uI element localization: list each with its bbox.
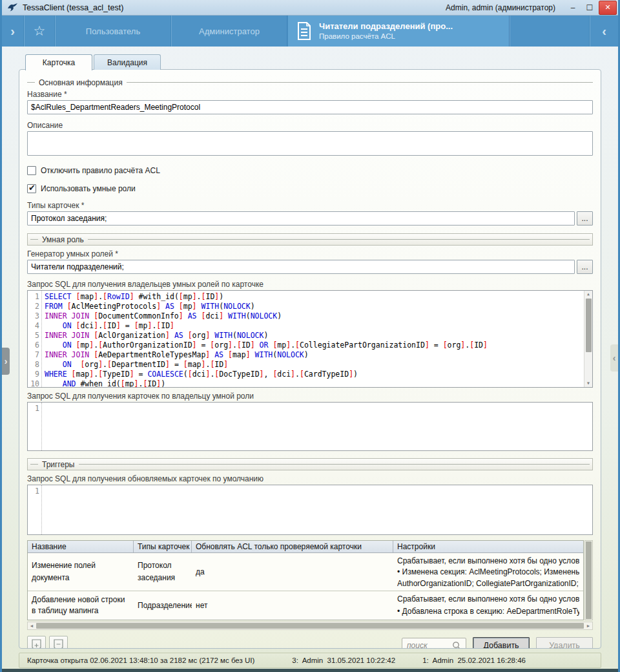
shield-plus-icon xyxy=(32,639,41,649)
group-triggers: Триггеры xyxy=(30,459,590,469)
sql-owners-label: Запрос SQL для получения владельцев умны… xyxy=(27,280,593,289)
nav-tab-active-card[interactable]: Читатели подразделений (про... Правило р… xyxy=(287,16,510,47)
code-lines[interactable] xyxy=(42,485,592,534)
active-card-title: Читатели подразделений (про... xyxy=(319,21,453,32)
table-row[interactable]: Добавление новой строки в таблицу мапинг… xyxy=(28,591,583,620)
table-header-row: Название Типы карточек Обновлять ACL тол… xyxy=(28,541,583,553)
delete-button[interactable]: Удалить xyxy=(536,637,593,649)
nav-tab-admin[interactable]: Администратор xyxy=(171,16,287,47)
card-types-input[interactable] xyxy=(27,211,575,226)
line-numbers: 1 xyxy=(28,403,42,450)
tab-card[interactable]: Карточка xyxy=(25,54,92,70)
nav-empty-space xyxy=(510,16,590,47)
description-label: Описание xyxy=(27,121,593,131)
nav-bar: › ☆ Пользователь Администратор Читатели … xyxy=(2,16,618,47)
document-icon xyxy=(297,22,311,40)
table-row[interactable]: Изменение полей документа Протокол засед… xyxy=(28,553,583,591)
table-vertical-scrollbar[interactable] xyxy=(584,540,593,620)
status-card-opened: Карточка открыта 02.06.2021 13:48:10 за … xyxy=(27,656,254,664)
cell-name: Изменение полей документа xyxy=(28,553,134,591)
cell-card-types: Подразделение xyxy=(134,591,192,620)
scroll-down-icon[interactable]: ▼ xyxy=(587,380,590,387)
card-types-picker-button[interactable]: ... xyxy=(577,211,593,226)
scroll-up-icon[interactable]: ▲ xyxy=(587,291,590,298)
nav-collapse-chevron-icon[interactable]: ‹ xyxy=(590,16,618,47)
sql-owners-scrollbar[interactable]: ▲ ▼ xyxy=(584,291,592,387)
name-label: Название * xyxy=(27,90,593,100)
group-smart-role-strip: Умная роль xyxy=(27,233,593,246)
line-numbers: 12345678910 xyxy=(28,291,42,387)
status-modified: 3: Admin 31.05.2021 10:22:42 xyxy=(292,656,395,664)
use-smart-roles-label: Использовать умные роли xyxy=(41,184,136,193)
add-button[interactable]: Добавить xyxy=(473,637,530,649)
close-button[interactable]: ✕ xyxy=(599,1,617,15)
name-input[interactable] xyxy=(27,100,593,114)
scroll-left-icon[interactable]: ◄ xyxy=(28,624,36,628)
tab-validation[interactable]: Валидация xyxy=(94,54,161,70)
cell-update-only: да xyxy=(192,553,393,591)
cell-update-only: нет xyxy=(192,591,393,620)
card-types-label: Типы карточек * xyxy=(27,201,593,211)
disable-acl-label: Отключить правило расчёта ACL xyxy=(41,166,160,175)
remove-row-button[interactable] xyxy=(49,636,68,649)
group-triggers-strip: Триггеры xyxy=(27,458,593,470)
maximize-button[interactable]: ☐ xyxy=(582,1,597,14)
triggers-table-zone: Название Типы карточек Обновлять ACL тол… xyxy=(27,540,593,620)
sql-owners-editor[interactable]: 12345678910 SELECT [map].[RowID] #with_i… xyxy=(27,290,593,388)
add-row-button[interactable] xyxy=(27,636,46,649)
title-bar: TessaClient (tessa_acl_test) Admin, admi… xyxy=(2,0,618,16)
col-header-settings[interactable]: Настройки xyxy=(393,541,583,552)
triggers-table: Название Типы карточек Обновлять ACL тол… xyxy=(27,540,584,620)
scrollbar-thumb[interactable] xyxy=(586,299,592,352)
group-main-info: Основная информация xyxy=(27,78,593,87)
cell-settings: Срабатывает, если выполнено хотя бы одно… xyxy=(393,553,583,591)
right-panel-expander[interactable]: ‹ xyxy=(610,344,618,372)
status-created: 1: Admin 25.02.2021 16:28:46 xyxy=(422,656,526,664)
app-logo-icon xyxy=(7,3,18,12)
sql-default-label: Запрос SQL для получения обновляемых кар… xyxy=(27,474,593,484)
active-card-subtitle: Правило расчёта ACL xyxy=(319,32,453,41)
cell-settings: Срабатывает, если выполнено хотя бы одно… xyxy=(393,591,583,620)
disable-acl-checkbox[interactable] xyxy=(27,166,36,175)
minimize-button[interactable]: – xyxy=(565,1,581,14)
table-search-box[interactable] xyxy=(402,638,466,649)
table-horizontal-scrollbar[interactable]: ◄ ► xyxy=(27,622,593,630)
nav-forward-chevron-icon[interactable]: › xyxy=(2,16,24,47)
use-smart-roles-checkbox[interactable] xyxy=(27,184,36,193)
left-panel-expander[interactable]: › xyxy=(2,348,10,375)
app-window: TessaClient (tessa_acl_test) Admin, admi… xyxy=(0,0,620,672)
nav-tab-user[interactable]: Пользователь xyxy=(55,16,171,47)
search-input[interactable] xyxy=(407,641,452,649)
sql-cards-editor[interactable]: 1 xyxy=(27,402,593,451)
scroll-right-icon[interactable]: ► xyxy=(584,624,592,628)
col-header-name[interactable]: Название xyxy=(28,541,134,552)
line-numbers: 1 xyxy=(28,485,42,534)
card-form-panel: Основная информация Название * Описание … xyxy=(19,69,601,649)
card-tab-strip: Карточка Валидация xyxy=(25,54,162,70)
generator-label: Генератор умных ролей * xyxy=(27,249,593,259)
window-title: TessaClient (tessa_acl_test) xyxy=(23,3,123,12)
col-header-card-types[interactable]: Типы карточек xyxy=(134,541,192,552)
user-info: Admin, admin (администратор) xyxy=(446,3,555,12)
group-smart-role: Умная роль xyxy=(30,235,590,244)
sql-default-editor[interactable]: 1 xyxy=(27,485,593,535)
code-lines[interactable] xyxy=(42,403,592,450)
status-bar: Карточка открыта 02.06.2021 13:48:10 за … xyxy=(19,653,601,668)
search-icon xyxy=(452,641,461,649)
sql-cards-label: Запрос SQL для получения карточек по вла… xyxy=(27,392,593,401)
col-header-update-only[interactable]: Обновлять ACL только проверяемой карточк… xyxy=(192,541,393,552)
cell-card-types: Протокол заседания xyxy=(134,553,192,591)
description-input[interactable] xyxy=(27,131,593,156)
window-bottom-edge xyxy=(2,669,618,672)
generator-input[interactable] xyxy=(27,260,575,274)
scrollbar-thumb[interactable] xyxy=(36,623,584,629)
generator-picker-button[interactable]: ... xyxy=(577,260,593,274)
favorites-star-icon[interactable]: ☆ xyxy=(24,16,55,47)
table-toolbar: Добавить Удалить xyxy=(27,636,593,649)
code-lines[interactable]: SELECT [map].[RowID] #with_id([mp].[ID])… xyxy=(42,291,592,387)
shield-minus-icon xyxy=(54,639,63,649)
cell-name: Добавление новой строки в таблицу мапинг… xyxy=(28,591,134,620)
